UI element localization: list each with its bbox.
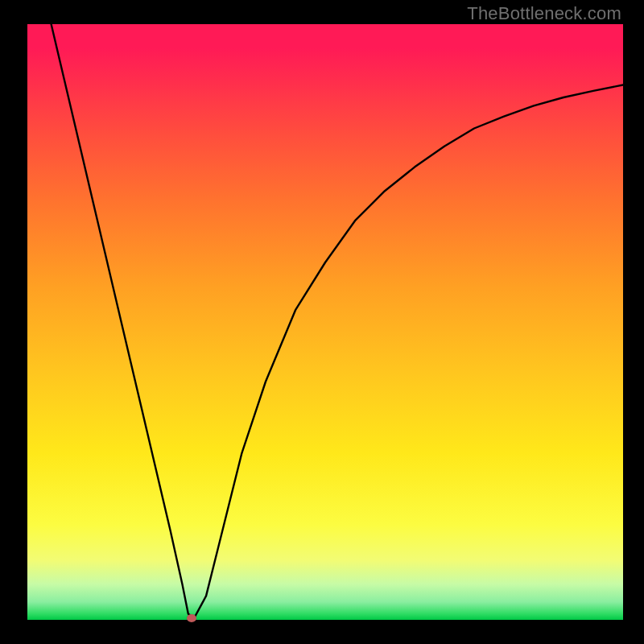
chart-container: TheBottleneck.com bbox=[0, 0, 644, 644]
watermark-text: TheBottleneck.com bbox=[467, 3, 621, 24]
bottleneck-curve-path bbox=[52, 24, 623, 618]
plot-area bbox=[27, 24, 623, 620]
bottleneck-curve-svg bbox=[27, 24, 623, 620]
optimum-marker bbox=[187, 614, 196, 622]
